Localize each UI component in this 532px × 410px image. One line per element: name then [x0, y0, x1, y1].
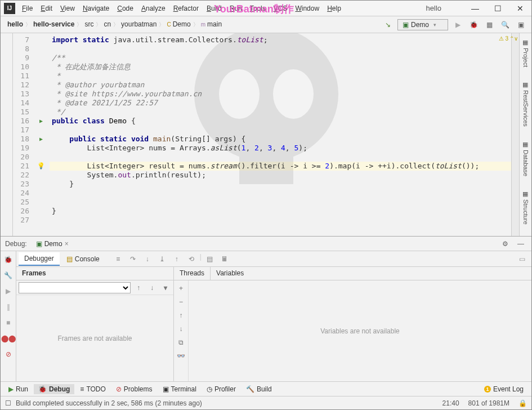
- breadcrumb-hello-service[interactable]: hello-service: [31, 19, 77, 29]
- stop-icon[interactable]: ■: [2, 317, 15, 329]
- lock-icon[interactable]: 🔒: [518, 399, 527, 407]
- run-icon[interactable]: ▶: [451, 19, 464, 31]
- debugger-tab[interactable]: Debugger: [19, 252, 60, 266]
- step-out-icon[interactable]: ↑: [171, 253, 183, 265]
- filter-frames-icon[interactable]: ▾: [160, 282, 171, 293]
- intention-bulb-icon[interactable]: 💡: [37, 162, 45, 171]
- search-icon[interactable]: 🔍: [499, 19, 511, 31]
- menu-file[interactable]: File: [19, 2, 36, 15]
- run-to-cursor-icon[interactable]: ▤: [204, 253, 216, 265]
- menu-run[interactable]: Run: [226, 2, 245, 15]
- new-watch-icon[interactable]: +: [176, 283, 187, 294]
- breadcrumb-cn[interactable]: cn: [101, 19, 113, 29]
- prev-frame-icon[interactable]: ↑: [133, 282, 144, 293]
- thread-selector[interactable]: [19, 282, 131, 293]
- run-gutter-icon[interactable]: ▶: [39, 117, 43, 126]
- run-tool-tab[interactable]: ▶Run: [4, 384, 33, 394]
- hide-icon[interactable]: —: [515, 238, 527, 250]
- code-line-24[interactable]: [50, 189, 511, 198]
- caret-position[interactable]: 21:40: [442, 399, 459, 407]
- code-line-23[interactable]: }: [50, 180, 511, 189]
- side-tab-structure[interactable]: ▦Structure: [522, 190, 529, 225]
- settings-icon[interactable]: ⚙: [499, 238, 511, 250]
- window-minimize[interactable]: —: [464, 1, 486, 16]
- step-into-icon[interactable]: ↓: [141, 253, 154, 265]
- console-tab[interactable]: ▤Console: [61, 253, 105, 265]
- breadcrumb-src[interactable]: src: [82, 19, 96, 29]
- menu-navigate[interactable]: Navigate: [79, 2, 113, 15]
- menu-build[interactable]: Build: [203, 2, 225, 15]
- menu-analyze[interactable]: Analyze: [138, 2, 169, 15]
- drop-frame-icon[interactable]: ⟲: [185, 253, 198, 265]
- code-line-8[interactable]: [50, 44, 511, 54]
- menu-edit[interactable]: Edit: [37, 2, 56, 15]
- inspection-indicator[interactable]: ⚠3 ⌃∨: [499, 35, 518, 42]
- debug-session-tab[interactable]: ▣ Demo ×: [32, 239, 73, 249]
- code-line-21[interactable]: List<Integer> result = nums.stream().fil…: [50, 162, 511, 171]
- code-line-18[interactable]: public static void main(String[] args) {: [50, 135, 511, 144]
- mute-breakpoints-icon[interactable]: ⊘: [2, 348, 15, 360]
- breadcrumb-hello[interactable]: hello: [5, 19, 25, 29]
- menu-help[interactable]: Help: [324, 2, 345, 15]
- menu-refactor[interactable]: Refactor: [170, 2, 202, 15]
- side-tab-project[interactable]: ▦Project: [522, 39, 529, 67]
- build-hammer-icon[interactable]: ↘: [382, 19, 394, 31]
- project-structure-icon[interactable]: ▣: [515, 19, 527, 31]
- event-log-tab[interactable]: 1 Event Log: [480, 384, 528, 394]
- force-step-into-icon[interactable]: ⤓: [156, 253, 168, 265]
- menu-vcs[interactable]: VCS: [270, 2, 291, 15]
- code-line-20[interactable]: [50, 153, 511, 162]
- code-line-17[interactable]: [50, 126, 511, 135]
- code-line-19[interactable]: List<Integer> nums = Arrays.asList(1, 2,…: [50, 144, 511, 153]
- threads-tab[interactable]: Threads: [174, 267, 211, 280]
- code-line-15[interactable]: */: [50, 108, 511, 117]
- resume-icon[interactable]: ▶: [2, 285, 15, 297]
- code-line-10[interactable]: * 在此处添加备注信息: [50, 63, 511, 72]
- breadcrumb-yourbatman[interactable]: yourbatman: [119, 19, 159, 29]
- code-line-13[interactable]: * @site https://www.yourbatman.cn: [50, 90, 511, 99]
- show-execution-point-icon[interactable]: ≡: [112, 253, 124, 265]
- close-icon[interactable]: ×: [65, 240, 69, 248]
- variables-tab[interactable]: Variables: [211, 267, 531, 280]
- code-line-27[interactable]: [50, 216, 511, 225]
- code-line-7[interactable]: import static java.util.stream.Collector…: [50, 35, 511, 44]
- debug-icon[interactable]: 🐞: [467, 19, 480, 31]
- menu-code[interactable]: Code: [114, 2, 137, 15]
- modify-run-icon[interactable]: 🔧: [2, 269, 15, 282]
- run-gutter-icon[interactable]: ▶: [39, 135, 43, 144]
- window-close[interactable]: ✕: [509, 1, 531, 16]
- editor[interactable]: 789101112131415161718192021222324252627 …: [13, 33, 519, 236]
- menu-tools[interactable]: Tools: [247, 2, 269, 15]
- rerun-icon[interactable]: 🐞: [2, 253, 15, 266]
- code-line-22[interactable]: System.out.println(result);: [50, 171, 511, 180]
- breadcrumb-main[interactable]: mmain: [199, 19, 224, 29]
- code-line-12[interactable]: * @author yourbatman: [50, 81, 511, 90]
- code-line-9[interactable]: /**: [50, 54, 511, 63]
- move-down-icon[interactable]: ↓: [176, 323, 187, 335]
- side-tab-restservices[interactable]: ▦RestServices: [522, 81, 529, 127]
- move-up-icon[interactable]: ↑: [176, 310, 187, 321]
- build-tool-tab[interactable]: 🔨Build: [242, 384, 276, 394]
- coverage-icon[interactable]: ▦: [483, 19, 495, 31]
- remove-watch-icon[interactable]: −: [176, 296, 187, 308]
- todo-tool-tab[interactable]: ≡TODO: [75, 384, 110, 394]
- menu-view[interactable]: View: [57, 2, 78, 15]
- menu-window[interactable]: Window: [292, 2, 323, 15]
- code-area[interactable]: import static java.util.stream.Collector…: [50, 33, 511, 236]
- problems-tool-tab[interactable]: ⊘Problems: [111, 384, 157, 394]
- code-line-26[interactable]: }: [50, 207, 511, 216]
- breadcrumb-demo[interactable]: CDemo: [164, 19, 193, 29]
- profiler-tool-tab[interactable]: ◷Profiler: [202, 384, 240, 394]
- copy-watch-icon[interactable]: ⧉: [176, 337, 187, 348]
- code-line-25[interactable]: [50, 198, 511, 207]
- code-line-16[interactable]: public class Demo {: [50, 117, 511, 126]
- debug-tool-tab[interactable]: 🐞Debug: [34, 384, 74, 394]
- code-line-11[interactable]: *: [50, 72, 511, 81]
- step-over-icon[interactable]: ↷: [127, 253, 139, 265]
- window-maximize[interactable]: ☐: [486, 1, 509, 16]
- next-frame-icon[interactable]: ↓: [146, 282, 158, 293]
- run-config-selector[interactable]: ▣ Demo ▾: [397, 19, 448, 30]
- editor-scrollbar[interactable]: ⚠3 ⌃∨: [511, 33, 519, 236]
- code-line-14[interactable]: * @date 2021/1/25 22:57: [50, 99, 511, 108]
- layout-icon[interactable]: ▭: [516, 253, 528, 265]
